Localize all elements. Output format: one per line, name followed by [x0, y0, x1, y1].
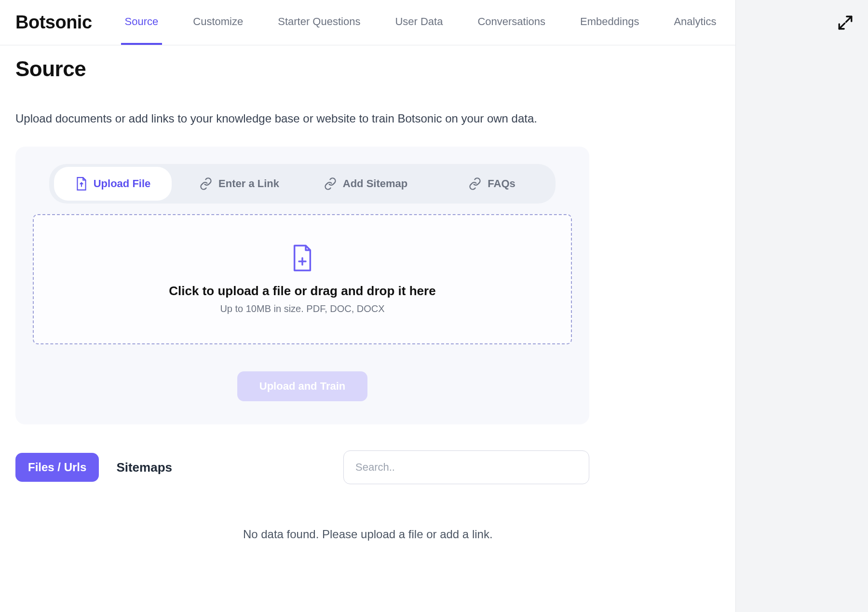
- nav-tab-starter-questions[interactable]: Starter Questions: [274, 0, 364, 45]
- dropzone-subtitle: Up to 10MB in size. PDF, DOC, DOCX: [220, 303, 384, 314]
- empty-state-message: No data found. Please upload a file or a…: [15, 528, 720, 541]
- nav-tab-label: User Data: [395, 15, 443, 28]
- nav-tab-user-data[interactable]: User Data: [391, 0, 447, 45]
- link-icon: [199, 177, 213, 190]
- upload-tab-sitemap[interactable]: Add Sitemap: [307, 167, 424, 201]
- nav-tab-label: Analytics: [674, 15, 716, 28]
- link-icon: [468, 177, 482, 190]
- file-upload-icon: [75, 177, 88, 191]
- file-dropzone[interactable]: Click to upload a file or drag and drop …: [33, 214, 572, 344]
- link-icon: [324, 177, 337, 190]
- upload-tab-link[interactable]: Enter a Link: [180, 167, 298, 201]
- nav-tab-label: Conversations: [477, 15, 545, 28]
- nav-tab-label: Starter Questions: [278, 15, 360, 28]
- brand-logo: Botsonic: [15, 12, 92, 33]
- filter-tab-files-urls[interactable]: Files / Urls: [15, 453, 99, 482]
- nav-tab-label: Embeddings: [580, 15, 639, 28]
- filter-row: Files / Urls Sitemaps: [15, 450, 589, 484]
- nav-tab-customize[interactable]: Customize: [189, 0, 247, 45]
- page-title: Source: [15, 57, 720, 81]
- nav-tab-label: Source: [125, 15, 159, 28]
- dropzone-title: Click to upload a file or drag and drop …: [169, 284, 435, 299]
- preview-panel: [736, 0, 868, 612]
- expand-icon[interactable]: [834, 12, 856, 36]
- file-add-icon: [290, 245, 314, 274]
- nav-tab-source[interactable]: Source: [121, 0, 163, 45]
- filter-tab-sitemaps[interactable]: Sitemaps: [116, 460, 172, 475]
- upload-tab-label: FAQs: [488, 177, 515, 190]
- upload-tab-label: Add Sitemap: [343, 177, 407, 190]
- upload-tab-faqs[interactable]: FAQs: [433, 167, 551, 201]
- upload-tabs: Upload File Enter a Link: [49, 164, 556, 204]
- nav-tab-analytics[interactable]: Analytics: [670, 0, 720, 45]
- upload-tab-label: Upload File: [94, 177, 151, 190]
- upload-tab-label: Enter a Link: [218, 177, 279, 190]
- topbar: Botsonic Source Customize Starter Questi…: [0, 0, 735, 45]
- main-nav: Source Customize Starter Questions User …: [121, 0, 720, 45]
- upload-and-train-button[interactable]: Upload and Train: [237, 371, 367, 401]
- search-input[interactable]: [343, 450, 589, 484]
- page-description: Upload documents or add links to your kn…: [15, 110, 570, 127]
- upload-tab-file[interactable]: Upload File: [54, 167, 172, 201]
- nav-tab-label: Customize: [193, 15, 243, 28]
- uploader-card: Upload File Enter a Link: [15, 147, 589, 424]
- nav-tab-embeddings[interactable]: Embeddings: [576, 0, 643, 45]
- nav-tab-conversations[interactable]: Conversations: [474, 0, 549, 45]
